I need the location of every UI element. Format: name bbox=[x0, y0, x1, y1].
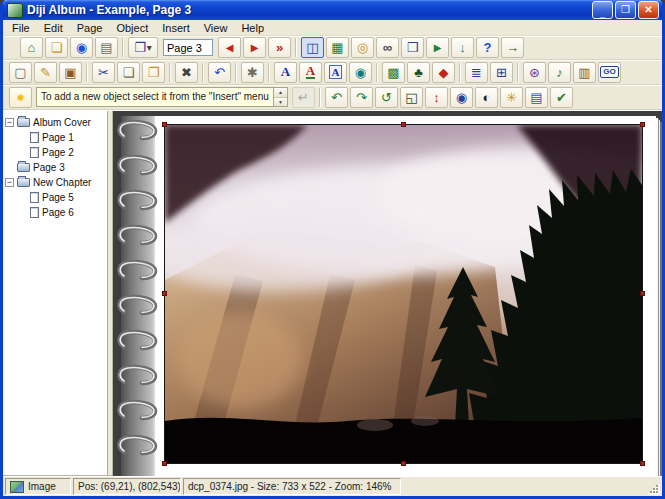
search-button[interactable]: ∞ bbox=[376, 37, 399, 58]
tree-node-page-3[interactable]: Page 3 bbox=[3, 161, 107, 174]
resize-handle-s[interactable] bbox=[401, 461, 406, 466]
status-filler bbox=[403, 478, 646, 495]
tip-next-button[interactable]: ▼ bbox=[274, 98, 287, 107]
menu-insert[interactable]: Insert bbox=[155, 21, 197, 35]
insert-list-button[interactable]: ≣ bbox=[465, 62, 488, 83]
copy-button[interactable]: ❏ bbox=[117, 62, 140, 83]
tree-node-page-2[interactable]: Page 2 bbox=[3, 146, 107, 159]
next-page-button[interactable]: ▶ bbox=[243, 37, 266, 58]
tip-button[interactable]: ● bbox=[9, 87, 32, 108]
resize-handle-e[interactable] bbox=[640, 291, 645, 296]
new-object-button[interactable]: ▢ bbox=[9, 62, 32, 83]
page-number-input[interactable] bbox=[163, 39, 213, 56]
frame-button[interactable]: ▣ bbox=[59, 62, 82, 83]
tree-node-album-cover[interactable]: − Album Cover bbox=[3, 116, 107, 129]
open-album-button[interactable]: ❏ bbox=[45, 37, 68, 58]
help-button[interactable]: ? bbox=[476, 37, 499, 58]
paste-icon: ❐ bbox=[148, 66, 160, 79]
edit-object-icon: ✎ bbox=[40, 66, 51, 79]
spin-up-icon: ▲ bbox=[278, 89, 283, 95]
minimize-button[interactable]: _ bbox=[592, 1, 613, 19]
menu-file[interactable]: File bbox=[5, 21, 37, 35]
font-color-button[interactable]: A bbox=[299, 62, 322, 83]
menu-page[interactable]: Page bbox=[70, 21, 110, 35]
crop-icon: ◱ bbox=[405, 91, 417, 104]
resize-handle-n[interactable] bbox=[401, 122, 406, 127]
insert-package-button[interactable]: ▥ bbox=[573, 62, 596, 83]
photo-object[interactable] bbox=[164, 124, 643, 464]
resize-image-button[interactable]: ↕ bbox=[425, 87, 448, 108]
close-button[interactable]: ✕ bbox=[638, 1, 659, 19]
collapse-icon[interactable]: − bbox=[5, 178, 14, 187]
insert-table-button[interactable]: ⊞ bbox=[490, 62, 513, 83]
font-button[interactable]: A bbox=[274, 62, 297, 83]
insert-link-button[interactable]: GO bbox=[598, 62, 621, 83]
color-adjust-button[interactable]: ▤ bbox=[525, 87, 548, 108]
zoom-page-button[interactable]: ◎ bbox=[351, 37, 374, 58]
view-album-button[interactable]: ◉ bbox=[70, 37, 93, 58]
text-box-button[interactable]: A bbox=[324, 62, 347, 83]
tree-node-label: New Chapter bbox=[33, 177, 91, 188]
menu-edit[interactable]: Edit bbox=[37, 21, 70, 35]
tip-previous-button[interactable]: ▲ bbox=[274, 88, 287, 98]
last-page-button[interactable]: » bbox=[268, 37, 291, 58]
chapter-icon bbox=[17, 178, 30, 187]
tree-node-new-chapter[interactable]: − New Chapter bbox=[3, 176, 107, 189]
prev-page-button[interactable]: ◀ bbox=[218, 37, 241, 58]
fullscreen-icon: ↓ bbox=[459, 41, 466, 54]
print-button[interactable]: ▤ bbox=[95, 37, 118, 58]
app-window: Diji Album - Example, Page 3 _ ❐ ✕ File … bbox=[0, 0, 665, 499]
insert-shape-button[interactable]: ◆ bbox=[432, 62, 455, 83]
resize-handle-nw[interactable] bbox=[162, 122, 167, 127]
tree-node-page-6[interactable]: Page 6 bbox=[3, 206, 107, 219]
resize-handle-ne[interactable] bbox=[640, 122, 645, 127]
resize-handle-se[interactable] bbox=[640, 461, 645, 466]
resize-handle-sw[interactable] bbox=[162, 461, 167, 466]
slideshow-button[interactable]: ▶ bbox=[426, 37, 449, 58]
goto-page-button[interactable]: ❐▾ bbox=[128, 37, 158, 58]
insert-clipart-button[interactable]: ♣ bbox=[407, 62, 430, 83]
apply-edit-button[interactable]: ↵ bbox=[292, 87, 315, 108]
toolbar-separator bbox=[86, 63, 88, 82]
title-bar[interactable]: Diji Album - Example, Page 3 _ ❐ ✕ bbox=[3, 0, 662, 20]
tree-view-toggle[interactable]: ◫ bbox=[301, 37, 324, 58]
menu-object[interactable]: Object bbox=[109, 21, 155, 35]
rotate-right-icon: ↷ bbox=[356, 91, 367, 104]
collapse-icon[interactable]: − bbox=[5, 118, 14, 127]
tree-node-label: Album Cover bbox=[33, 117, 91, 128]
web-link-button[interactable]: ◉ bbox=[349, 62, 372, 83]
fullscreen-button[interactable]: ↓ bbox=[451, 37, 474, 58]
table-icon: ⊞ bbox=[496, 66, 507, 79]
insert-audio-button[interactable]: ♪ bbox=[548, 62, 571, 83]
rotate-right-button[interactable]: ↷ bbox=[350, 87, 373, 108]
book-preview-button[interactable]: ❒ bbox=[401, 37, 424, 58]
menu-help[interactable]: Help bbox=[234, 21, 271, 35]
rotate-left-button[interactable]: ↶ bbox=[325, 87, 348, 108]
album-library-button[interactable]: ⌂ bbox=[20, 37, 43, 58]
edit-object-button[interactable]: ✎ bbox=[34, 62, 57, 83]
restore-button[interactable]: ❐ bbox=[615, 1, 636, 19]
exit-button[interactable]: → bbox=[501, 37, 524, 58]
thumbnail-view-button[interactable]: ▦ bbox=[326, 37, 349, 58]
properties-button[interactable]: ✱ bbox=[241, 62, 264, 83]
free-rotate-button[interactable]: ↺ bbox=[375, 87, 398, 108]
paint-button[interactable]: ✳ bbox=[500, 87, 523, 108]
tree-node-page-5[interactable]: Page 5 bbox=[3, 191, 107, 204]
music-note-icon: ♪ bbox=[556, 66, 563, 79]
insert-image-button[interactable]: ▩ bbox=[382, 62, 405, 83]
tree-node-page-1[interactable]: Page 1 bbox=[3, 131, 107, 144]
menu-view[interactable]: View bbox=[197, 21, 235, 35]
red-eye-button[interactable]: ◉ bbox=[450, 87, 473, 108]
copy-icon: ❏ bbox=[123, 66, 135, 79]
paste-button[interactable]: ❐ bbox=[142, 62, 165, 83]
resize-grip[interactable] bbox=[648, 483, 660, 495]
contrast-button[interactable]: ◐ bbox=[475, 87, 498, 108]
effects-button[interactable]: ✔ bbox=[550, 87, 573, 108]
undo-button[interactable]: ↶ bbox=[208, 62, 231, 83]
cut-button[interactable]: ✂ bbox=[92, 62, 115, 83]
resize-handle-w[interactable] bbox=[162, 291, 167, 296]
delete-button[interactable]: ✖ bbox=[175, 62, 198, 83]
status-object-type: Image bbox=[5, 478, 71, 495]
insert-video-button[interactable]: ⊛ bbox=[523, 62, 546, 83]
crop-button[interactable]: ◱ bbox=[400, 87, 423, 108]
